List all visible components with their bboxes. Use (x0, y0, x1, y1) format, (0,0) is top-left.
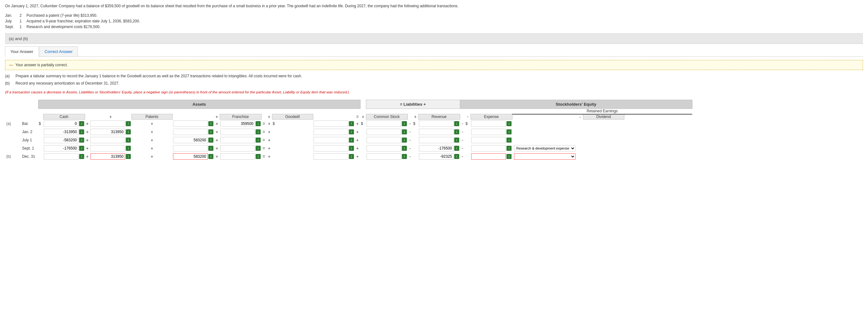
expense-2-input[interactable] (419, 137, 454, 143)
dividend-3-info-button[interactable]: i (506, 146, 512, 151)
franchise-1-input[interactable] (173, 129, 208, 135)
franchise-0-info-button[interactable]: i (208, 121, 213, 126)
cash-4-input[interactable] (44, 153, 79, 160)
expense-1-info-button[interactable]: i (454, 129, 459, 135)
franchise-4-input[interactable] (173, 153, 208, 160)
common-stock-4-info-button[interactable]: i (349, 154, 354, 159)
dividend-0-info-button[interactable]: i (506, 121, 512, 126)
common-stock-4-input[interactable] (314, 153, 348, 160)
expense-2-info-button[interactable]: i (454, 138, 459, 143)
patents-2-info-button[interactable]: i (126, 138, 131, 143)
spacer (272, 128, 313, 136)
expense-1-input[interactable] (419, 129, 454, 135)
cash-2-input[interactable] (44, 137, 79, 143)
patents-0-input[interactable] (90, 120, 125, 127)
revenue-0-input[interactable] (367, 120, 401, 127)
dividend-2-input[interactable] (471, 137, 506, 143)
instr-a-text: Prepare a tabular summary to record the … (16, 74, 302, 78)
table-body: (a)Bal.$i+i+i+i=+$i+$i-$i-$iJan. 2i+i+i+… (5, 120, 863, 161)
dividend-1-input[interactable] (471, 129, 506, 135)
goodwill-0-info-button[interactable]: i (256, 121, 261, 126)
operator-cell: = (261, 144, 266, 152)
expense-0-input[interactable] (419, 120, 454, 127)
dividend-1-info-button[interactable]: i (506, 129, 512, 135)
common-stock-3-input[interactable] (314, 145, 348, 151)
goodwill-4-info-button[interactable]: i (256, 154, 261, 159)
goodwill-4-input[interactable] (220, 153, 255, 160)
franchise-2-input[interactable] (173, 137, 208, 143)
franchise-1-info-button[interactable]: i (208, 129, 213, 135)
cash-col-header: Cash (43, 114, 85, 120)
franchise-3-info-button[interactable]: i (208, 146, 213, 151)
goodwill-3-input[interactable] (220, 145, 255, 151)
goodwill-1-info-button[interactable]: i (256, 129, 261, 135)
dividend-3-input[interactable] (471, 145, 506, 151)
cash-0-input[interactable] (44, 120, 79, 127)
revenue-2-input[interactable] (367, 137, 401, 143)
dropdown-select-4[interactable]: Research & development expenseAmortizati… (514, 153, 576, 160)
tab-correct-answer[interactable]: Correct Answer (39, 47, 78, 56)
cash-2-info-button[interactable]: i (79, 138, 84, 143)
goodwill-0-input[interactable] (220, 120, 255, 127)
operator-cell: - (460, 128, 465, 136)
patents-1-info-button[interactable]: i (126, 129, 131, 135)
tab-your-answer[interactable]: Your Answer (5, 47, 39, 57)
franchise-2-info-button[interactable]: i (208, 138, 213, 143)
spacer (272, 152, 313, 161)
franchise-col-header: Franchise (220, 114, 261, 120)
cash-1-info-button[interactable]: i (79, 129, 84, 135)
revenue-4-input[interactable] (367, 153, 401, 160)
cash-4-info-button[interactable]: i (79, 154, 84, 159)
patents-3-info-button[interactable]: i (126, 146, 131, 151)
common-stock-0-info-button[interactable]: i (349, 121, 354, 126)
goodwill-1-input[interactable] (220, 129, 255, 135)
cash-3-input[interactable] (44, 145, 79, 151)
common-stock-1-info-button[interactable]: i (349, 129, 354, 135)
revenue-1-info-button[interactable]: i (402, 129, 407, 135)
spacer (412, 152, 418, 161)
patents-2-input[interactable] (90, 137, 125, 143)
revenue-3-input[interactable] (367, 145, 401, 151)
revenue-4-info-button[interactable]: i (402, 154, 407, 159)
common-stock-header-label: Common Stock (374, 115, 400, 119)
revenue-1-input[interactable] (367, 129, 401, 135)
expense-3-input[interactable] (419, 145, 454, 151)
cash-3-info-button[interactable]: i (79, 146, 84, 151)
retained-earnings-label: Retained Earnings (587, 109, 618, 113)
expense-4-info-button[interactable]: i (454, 154, 459, 159)
expense-3-info-button[interactable]: i (454, 146, 459, 151)
patents-3-input[interactable] (90, 145, 125, 151)
patents-1-input[interactable] (90, 129, 125, 135)
operator-cell: + (131, 128, 173, 136)
revenue-3-info-button[interactable]: i (402, 146, 407, 151)
dividend-2-info-button[interactable]: i (506, 138, 512, 143)
common-stock-2-input[interactable] (314, 137, 348, 143)
common-stock-3-info-button[interactable]: i (349, 146, 354, 151)
cash-0-info-button[interactable]: i (79, 121, 84, 126)
expense-0-info-button[interactable]: i (454, 121, 459, 126)
revenue-0-info-button[interactable]: i (402, 121, 407, 126)
common-stock-0-input[interactable] (314, 120, 348, 127)
dividend-4-input[interactable] (471, 153, 506, 160)
expense-4-input[interactable] (419, 153, 454, 160)
patents-4-info-button[interactable]: i (126, 154, 131, 159)
patents-4-input[interactable] (90, 153, 125, 160)
franchise-3-input[interactable] (173, 145, 208, 151)
dividend-0-input[interactable] (471, 120, 506, 127)
operator-cell: + (214, 120, 220, 128)
common-stock-2-info-button[interactable]: i (349, 138, 354, 143)
goodwill-2-info-button[interactable]: i (256, 138, 261, 143)
goodwill-2-input[interactable] (220, 137, 255, 143)
goodwill-3-info-button[interactable]: i (256, 146, 261, 151)
dividend-4-info-button[interactable]: i (506, 154, 512, 159)
expense-4-cell: i (418, 152, 460, 161)
patents-0-info-button[interactable]: i (126, 121, 131, 126)
cash-1-input[interactable] (44, 129, 79, 135)
revenue-2-info-button[interactable]: i (402, 138, 407, 143)
spacer (38, 128, 43, 136)
franchise-0-input[interactable] (173, 120, 208, 127)
dropdown-select-3[interactable]: Research & development expenseAmortizati… (514, 145, 576, 151)
franchise-4-info-button[interactable]: i (208, 154, 213, 159)
spacer (412, 136, 418, 144)
common-stock-1-input[interactable] (314, 129, 348, 135)
